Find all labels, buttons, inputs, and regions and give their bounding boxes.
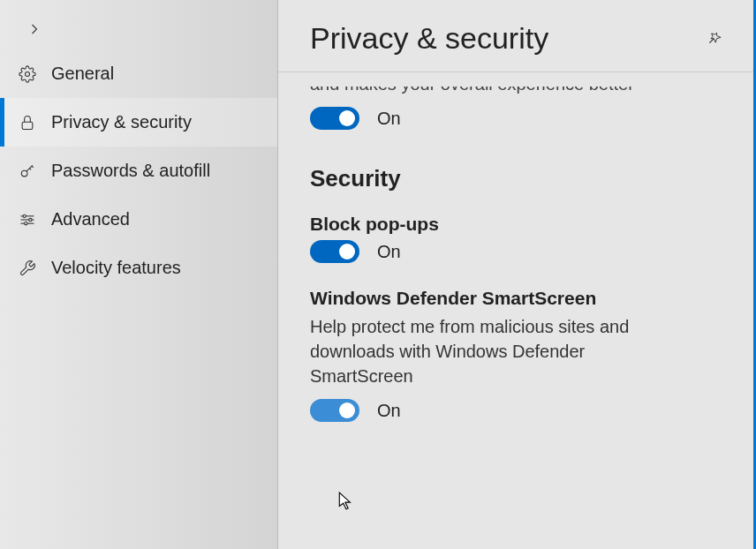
main-content-area: Privacy & security and makes your overal…	[278, 0, 756, 549]
smartscreen-description: Help protect me from malicious sites and…	[310, 314, 681, 388]
sidebar-item-label: Velocity features	[51, 258, 181, 278]
pin-icon	[707, 34, 724, 49]
svg-point-0	[26, 71, 30, 76]
sidebar-item-label: Passwords & autofill	[51, 161, 210, 181]
settings-sidebar: General Privacy & security Passwords & a…	[0, 0, 278, 549]
block-popups-toggle[interactable]	[310, 240, 359, 263]
toggle-state-label: On	[377, 109, 401, 129]
svg-rect-1	[22, 122, 33, 129]
key-icon	[18, 162, 37, 181]
smartscreen-toggle[interactable]	[310, 399, 359, 422]
sidebar-item-privacy-security[interactable]: Privacy & security	[0, 98, 277, 147]
smartscreen-toggle-row: On	[310, 399, 724, 422]
toggle-state-label: On	[377, 242, 401, 262]
partial-setting-toggle-row: On	[310, 107, 724, 130]
svg-point-6	[23, 214, 26, 217]
security-section-heading: Security	[310, 165, 724, 192]
toggle-knob	[339, 402, 355, 418]
partial-setting-description: and makes your overall experience better	[310, 74, 724, 94]
page-title: Privacy & security	[310, 21, 548, 56]
smartscreen-title: Windows Defender SmartScreen	[310, 288, 724, 309]
page-header: Privacy & security	[278, 0, 756, 72]
block-popups-title: Block pop-ups	[310, 214, 724, 235]
sidebar-item-general[interactable]: General	[0, 49, 277, 98]
sidebar-item-advanced[interactable]: Advanced	[0, 195, 277, 244]
sidebar-item-passwords-autofill[interactable]: Passwords & autofill	[0, 147, 277, 195]
lock-icon	[18, 113, 37, 132]
sidebar-item-label: General	[51, 64, 114, 84]
partial-setting-toggle[interactable]	[310, 107, 359, 130]
sliders-icon	[18, 210, 37, 229]
svg-point-7	[29, 218, 32, 221]
sidebar-item-label: Advanced	[51, 209, 130, 229]
toggle-knob	[339, 110, 355, 126]
sidebar-item-velocity-features[interactable]: Velocity features	[0, 244, 277, 292]
svg-line-9	[709, 38, 714, 42]
block-popups-toggle-row: On	[310, 240, 724, 263]
toggle-state-label: On	[377, 401, 401, 421]
svg-point-2	[21, 170, 27, 177]
sidebar-item-label: Privacy & security	[51, 112, 192, 132]
back-button[interactable]	[0, 9, 277, 49]
settings-content: and makes your overall experience better…	[278, 72, 756, 549]
svg-point-8	[25, 222, 27, 224]
gear-icon	[18, 64, 37, 84]
pin-button[interactable]	[707, 28, 724, 49]
chevron-right-icon	[25, 19, 44, 39]
wrench-icon	[18, 259, 37, 278]
toggle-knob	[339, 244, 355, 259]
